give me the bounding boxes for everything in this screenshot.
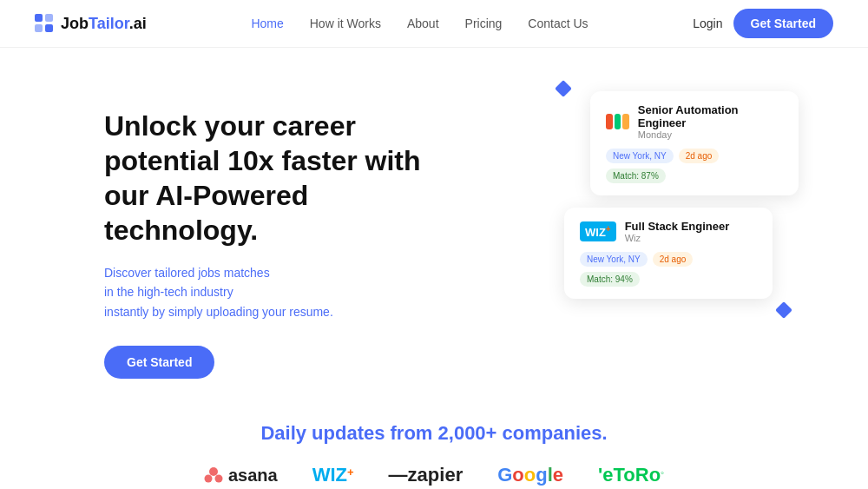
- card-tags-1: New York, NY 2d ago Match: 87%: [606, 149, 783, 183]
- match-tag-1: Match: 87%: [606, 169, 666, 183]
- svg-point-2: [214, 475, 222, 483]
- company-logo-row-1: asana WIZ+ —zapier Google 'eToRo◦: [35, 464, 833, 486]
- nav-about[interactable]: About: [407, 17, 439, 30]
- hero-left: Unlock your career potential 10x faster …: [104, 91, 564, 379]
- google-logo: Google: [497, 464, 563, 486]
- companies-section: Daily updates from 2,000+ companies. asa…: [0, 405, 868, 489]
- job-card-1: Senior Automation Engineer Monday New Yo…: [590, 91, 799, 195]
- job-title-1: Senior Automation Engineer: [638, 103, 783, 129]
- logo[interactable]: JobTailor.ai: [35, 14, 147, 33]
- location-tag-1: New York, NY: [606, 149, 674, 163]
- navbar: JobTailor.ai Home How it Works About Pri…: [0, 0, 868, 48]
- zapier-logo: —zapier: [389, 464, 464, 486]
- deco-star-bottom: [775, 301, 792, 319]
- logo-icon: [35, 14, 54, 33]
- hero-title: Unlock your career potential 10x faster …: [104, 109, 434, 248]
- asana-logo: asana: [204, 466, 278, 486]
- company-name-1: Monday: [638, 129, 783, 140]
- match-tag-2: Match: 94%: [580, 272, 640, 287]
- time-tag-2: 2d ago: [653, 252, 694, 267]
- hero-get-started-button[interactable]: Get Started: [104, 346, 214, 379]
- etoro-logo: 'eToRo◦: [598, 464, 664, 486]
- asana-text: asana: [228, 466, 278, 486]
- job-title-2: Full Stack Engineer: [625, 220, 730, 233]
- companies-title: Daily updates from 2,000+ companies.: [35, 422, 833, 445]
- nav-contact[interactable]: Contact Us: [528, 17, 588, 30]
- nav-get-started-button[interactable]: Get Started: [733, 9, 833, 38]
- nav-actions: Login Get Started: [693, 9, 833, 38]
- nav-home[interactable]: Home: [251, 17, 283, 30]
- wiz-logo: WIZ+: [580, 221, 616, 241]
- wiz-logo-lg: WIZ+: [312, 464, 354, 486]
- hero-subtitle: Discover tailored jobs matches in the hi…: [104, 263, 564, 321]
- card-tags-2: New York, NY 2d ago Match: 94%: [580, 252, 757, 287]
- hero-section: Unlock your career potential 10x faster …: [0, 48, 868, 405]
- job-card-2: WIZ+ Full Stack Engineer Wiz New York, N…: [564, 208, 773, 299]
- svg-point-1: [204, 475, 212, 483]
- time-tag-1: 2d ago: [679, 149, 720, 163]
- company-name-2: Wiz: [625, 233, 730, 243]
- asana-icon: [204, 466, 223, 485]
- nav-how-it-works[interactable]: How it Works: [310, 17, 381, 30]
- login-button[interactable]: Login: [693, 17, 722, 30]
- nav-links: Home How it Works About Pricing Contact …: [251, 17, 588, 30]
- svg-point-0: [209, 467, 218, 476]
- monday-logo: [606, 114, 629, 129]
- nav-pricing[interactable]: Pricing: [465, 17, 503, 30]
- logo-text: JobTailor.ai: [61, 15, 147, 33]
- location-tag-2: New York, NY: [580, 252, 648, 267]
